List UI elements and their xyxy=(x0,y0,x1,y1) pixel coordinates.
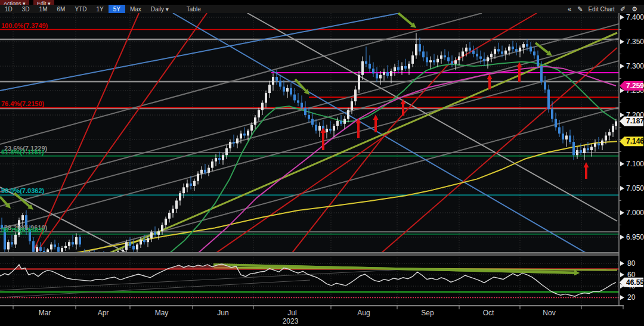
month-label-mar: Mar xyxy=(39,309,51,317)
svg-text:38.2%(6.9563): 38.2%(6.9563) xyxy=(1,226,44,234)
svg-text:7.1461: 7.1461 xyxy=(626,137,644,145)
month-label-may: May xyxy=(155,309,169,317)
month-label-aug: Aug xyxy=(357,309,370,317)
svg-text:7.2598: 7.2598 xyxy=(626,82,644,90)
svg-text:6.9500: 6.9500 xyxy=(626,233,644,241)
svg-text:80: 80 xyxy=(627,259,636,268)
price-tag-7.1461: 7.1461 xyxy=(620,136,644,146)
month-label-jul: Jul xyxy=(287,309,296,317)
svg-text:7.3000: 7.3000 xyxy=(626,62,644,70)
price-tag-7.1872: 7.1872 xyxy=(620,116,644,126)
rsi-value-tag: 46.5505 xyxy=(620,278,644,287)
svg-text:7.0000: 7.0000 xyxy=(626,209,644,217)
svg-text:76.4%(7.2150): 76.4%(7.2150) xyxy=(1,100,44,107)
month-label-sep: Sep xyxy=(421,309,434,317)
svg-text:7.4000: 7.4000 xyxy=(626,13,644,21)
svg-text:7.1000: 7.1000 xyxy=(626,160,644,168)
svg-text:46.5505: 46.5505 xyxy=(626,278,644,287)
time-axis: MarAprMayJunJulAugSepOctNov2023 xyxy=(13,306,623,325)
price-tag-7.2598: 7.2598 xyxy=(620,81,644,91)
year-label: 2023 xyxy=(283,317,299,325)
chart-application-window: { "top_strip": { "actions_label": "Actio… xyxy=(0,0,644,326)
month-label-nov: Nov xyxy=(543,309,555,317)
price-chart-canvas[interactable]: 100.0%(7.3749)76.4%(7.2150)23.6%(7.1229)… xyxy=(0,0,644,326)
svg-text:100.0%(7.3749): 100.0%(7.3749) xyxy=(1,22,48,29)
svg-text:50.0%(7.0362): 50.0%(7.0362) xyxy=(1,187,44,194)
svg-text:7.1872: 7.1872 xyxy=(626,117,644,125)
month-label-oct: Oct xyxy=(483,309,494,317)
svg-text:7.0500: 7.0500 xyxy=(626,184,644,193)
month-label-apr: Apr xyxy=(98,309,109,317)
month-label-jun: Jun xyxy=(217,309,228,317)
svg-text:20: 20 xyxy=(627,293,636,302)
svg-text:61.8%(7.1161): 61.8%(7.1161) xyxy=(1,148,44,156)
svg-text:7.3500: 7.3500 xyxy=(626,38,644,46)
